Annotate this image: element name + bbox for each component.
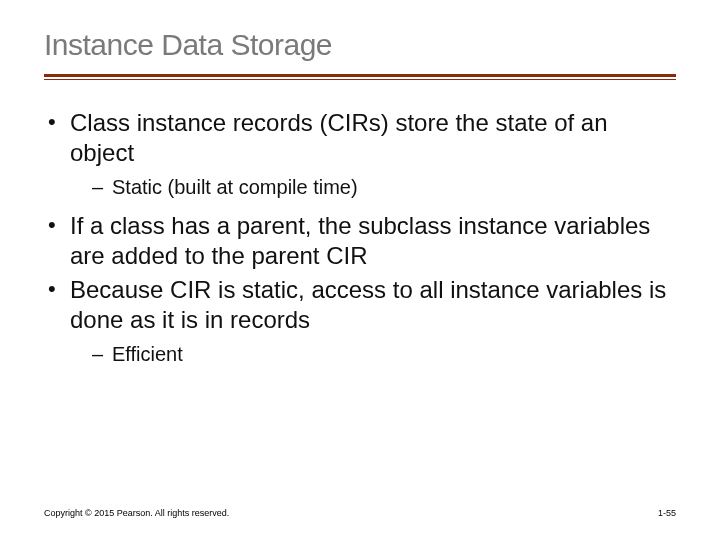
sub-bullet-item: Efficient: [70, 341, 676, 368]
page-number: 1-55: [658, 508, 676, 518]
bullet-item: Because CIR is static, access to all ins…: [44, 275, 676, 368]
bullet-list: Class instance records (CIRs) store the …: [44, 108, 676, 368]
slide: Instance Data Storage Class instance rec…: [0, 0, 720, 540]
slide-body: Class instance records (CIRs) store the …: [44, 80, 676, 368]
sub-bullet-item: Static (built at compile time): [70, 174, 676, 201]
title-rule-thick: [44, 74, 676, 77]
bullet-item: If a class has a parent, the subclass in…: [44, 211, 676, 271]
bullet-item: Class instance records (CIRs) store the …: [44, 108, 676, 201]
sub-bullet-text: Efficient: [112, 343, 183, 365]
sub-bullet-list: Static (built at compile time): [70, 174, 676, 201]
bullet-text: Because CIR is static, access to all ins…: [70, 276, 666, 333]
bullet-text: Class instance records (CIRs) store the …: [70, 109, 608, 166]
page-title: Instance Data Storage: [44, 28, 676, 62]
sub-bullet-list: Efficient: [70, 341, 676, 368]
sub-bullet-text: Static (built at compile time): [112, 176, 358, 198]
copyright-footer: Copyright © 2015 Pearson. All rights res…: [44, 508, 229, 518]
bullet-text: If a class has a parent, the subclass in…: [70, 212, 650, 269]
